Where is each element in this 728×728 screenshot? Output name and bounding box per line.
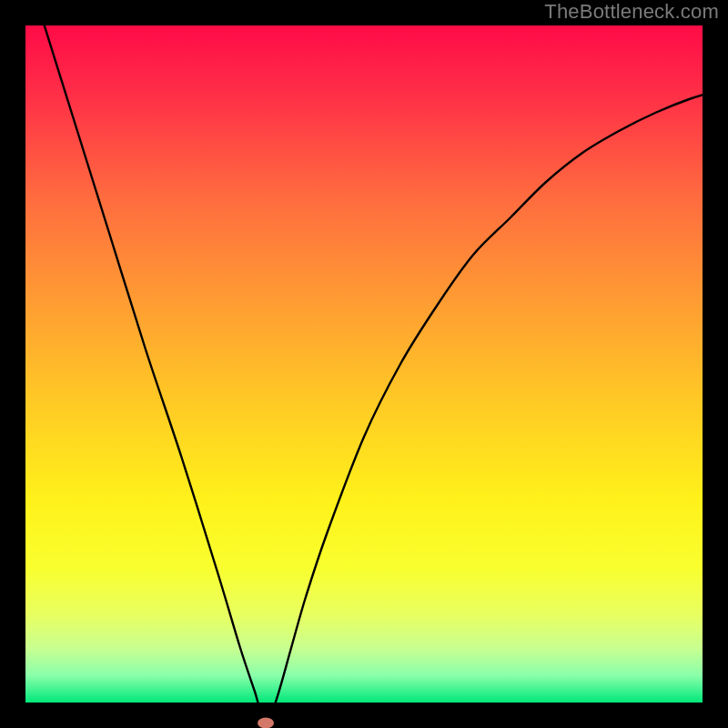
- plot-background: [25, 25, 703, 703]
- watermark-text: TheBottleneck.com: [544, 0, 719, 24]
- optimum-marker: [258, 717, 274, 728]
- chart-container: TheBottleneck.com: [0, 0, 728, 728]
- bottleneck-chart: [0, 0, 728, 728]
